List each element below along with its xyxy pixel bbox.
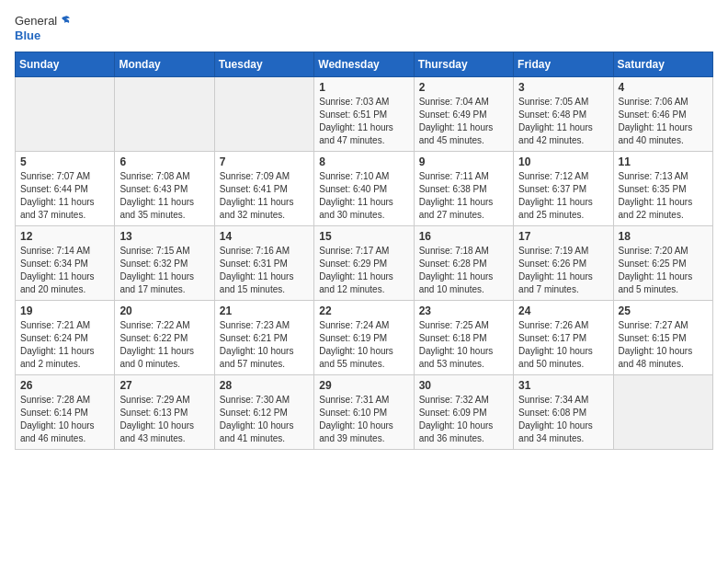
day-number: 4	[619, 81, 708, 94]
day-info: Sunrise: 7:17 AM Sunset: 6:29 PM Dayligh…	[319, 245, 408, 296]
calendar-cell: 9Sunrise: 7:11 AM Sunset: 6:38 PM Daylig…	[414, 152, 513, 226]
day-number: 14	[220, 230, 309, 243]
day-info: Sunrise: 7:30 AM Sunset: 6:12 PM Dayligh…	[220, 394, 309, 445]
day-number: 10	[518, 155, 608, 168]
day-info: Sunrise: 7:05 AM Sunset: 6:48 PM Dayligh…	[518, 96, 608, 147]
day-number: 22	[319, 304, 408, 317]
calendar-cell: 8Sunrise: 7:10 AM Sunset: 6:40 PM Daylig…	[314, 152, 414, 226]
calendar-cell: 27Sunrise: 7:29 AM Sunset: 6:13 PM Dayli…	[115, 375, 214, 450]
day-number: 9	[419, 155, 508, 168]
day-info: Sunrise: 7:04 AM Sunset: 6:49 PM Dayligh…	[419, 96, 508, 147]
day-info: Sunrise: 7:28 AM Sunset: 6:14 PM Dayligh…	[20, 394, 109, 445]
calendar-cell: 4Sunrise: 7:06 AM Sunset: 6:46 PM Daylig…	[613, 77, 712, 152]
day-info: Sunrise: 7:27 AM Sunset: 6:15 PM Dayligh…	[619, 319, 708, 371]
day-info: Sunrise: 7:07 AM Sunset: 6:44 PM Dayligh…	[20, 170, 109, 222]
calendar-cell: 21Sunrise: 7:23 AM Sunset: 6:21 PM Dayli…	[214, 301, 313, 375]
calendar-cell	[16, 77, 115, 152]
weekday-header-saturday: Saturday	[613, 52, 712, 77]
logo: General Blue	[15, 15, 72, 42]
calendar-cell	[115, 77, 214, 152]
day-number: 28	[220, 379, 309, 392]
weekday-header-sunday: Sunday	[16, 52, 115, 77]
calendar-cell	[613, 375, 712, 450]
weekday-header-tuesday: Tuesday	[214, 52, 313, 77]
calendar-cell: 12Sunrise: 7:14 AM Sunset: 6:34 PM Dayli…	[16, 226, 115, 301]
day-number: 23	[419, 304, 508, 317]
day-number: 18	[619, 230, 708, 243]
day-number: 21	[220, 304, 309, 317]
calendar-cell: 14Sunrise: 7:16 AM Sunset: 6:31 PM Dayli…	[214, 226, 313, 301]
day-number: 31	[518, 379, 608, 392]
day-info: Sunrise: 7:32 AM Sunset: 6:09 PM Dayligh…	[419, 394, 508, 445]
day-number: 12	[20, 230, 109, 243]
day-number: 7	[220, 155, 309, 168]
weekday-header-thursday: Thursday	[414, 52, 513, 77]
day-info: Sunrise: 7:06 AM Sunset: 6:46 PM Dayligh…	[619, 96, 708, 147]
day-info: Sunrise: 7:13 AM Sunset: 6:35 PM Dayligh…	[619, 170, 708, 222]
day-number: 3	[518, 81, 608, 94]
weekday-header-wednesday: Wednesday	[314, 52, 414, 77]
calendar-cell: 11Sunrise: 7:13 AM Sunset: 6:35 PM Dayli…	[613, 152, 712, 226]
day-info: Sunrise: 7:09 AM Sunset: 6:41 PM Dayligh…	[220, 170, 309, 222]
calendar-cell: 22Sunrise: 7:24 AM Sunset: 6:19 PM Dayli…	[314, 301, 414, 375]
day-info: Sunrise: 7:15 AM Sunset: 6:32 PM Dayligh…	[119, 245, 209, 296]
day-number: 13	[119, 230, 209, 243]
calendar-cell: 25Sunrise: 7:27 AM Sunset: 6:15 PM Dayli…	[613, 301, 712, 375]
page-header: General Blue	[15, 15, 713, 42]
day-info: Sunrise: 7:11 AM Sunset: 6:38 PM Dayligh…	[419, 170, 508, 222]
day-number: 2	[419, 81, 508, 94]
week-row-4: 19Sunrise: 7:21 AM Sunset: 6:24 PM Dayli…	[16, 301, 713, 375]
day-info: Sunrise: 7:24 AM Sunset: 6:19 PM Dayligh…	[319, 319, 408, 371]
calendar-cell: 20Sunrise: 7:22 AM Sunset: 6:22 PM Dayli…	[115, 301, 214, 375]
day-number: 29	[319, 379, 408, 392]
week-row-1: 1Sunrise: 7:03 AM Sunset: 6:51 PM Daylig…	[16, 77, 713, 152]
calendar-cell: 19Sunrise: 7:21 AM Sunset: 6:24 PM Dayli…	[16, 301, 115, 375]
weekday-header-row: SundayMondayTuesdayWednesdayThursdayFrid…	[16, 52, 713, 77]
calendar-cell: 23Sunrise: 7:25 AM Sunset: 6:18 PM Dayli…	[414, 301, 513, 375]
calendar-cell: 31Sunrise: 7:34 AM Sunset: 6:08 PM Dayli…	[514, 375, 613, 450]
day-info: Sunrise: 7:22 AM Sunset: 6:22 PM Dayligh…	[119, 319, 209, 371]
day-info: Sunrise: 7:19 AM Sunset: 6:26 PM Dayligh…	[518, 245, 608, 296]
calendar-cell: 15Sunrise: 7:17 AM Sunset: 6:29 PM Dayli…	[314, 226, 414, 301]
calendar-cell: 2Sunrise: 7:04 AM Sunset: 6:49 PM Daylig…	[414, 77, 513, 152]
week-row-3: 12Sunrise: 7:14 AM Sunset: 6:34 PM Dayli…	[16, 226, 713, 301]
calendar-cell: 29Sunrise: 7:31 AM Sunset: 6:10 PM Dayli…	[314, 375, 414, 450]
day-number: 6	[119, 155, 209, 168]
day-info: Sunrise: 7:29 AM Sunset: 6:13 PM Dayligh…	[119, 394, 209, 445]
calendar-cell: 10Sunrise: 7:12 AM Sunset: 6:37 PM Dayli…	[514, 152, 613, 226]
week-row-2: 5Sunrise: 7:07 AM Sunset: 6:44 PM Daylig…	[16, 152, 713, 226]
calendar-cell: 13Sunrise: 7:15 AM Sunset: 6:32 PM Dayli…	[115, 226, 214, 301]
calendar-cell: 17Sunrise: 7:19 AM Sunset: 6:26 PM Dayli…	[514, 226, 613, 301]
day-info: Sunrise: 7:18 AM Sunset: 6:28 PM Dayligh…	[419, 245, 508, 296]
calendar-cell: 7Sunrise: 7:09 AM Sunset: 6:41 PM Daylig…	[214, 152, 313, 226]
day-number: 20	[119, 304, 209, 317]
calendar-cell: 16Sunrise: 7:18 AM Sunset: 6:28 PM Dayli…	[414, 226, 513, 301]
day-number: 19	[20, 304, 109, 317]
calendar-cell: 26Sunrise: 7:28 AM Sunset: 6:14 PM Dayli…	[16, 375, 115, 450]
day-info: Sunrise: 7:16 AM Sunset: 6:31 PM Dayligh…	[220, 245, 309, 296]
day-number: 17	[518, 230, 608, 243]
day-number: 1	[319, 81, 408, 94]
day-info: Sunrise: 7:14 AM Sunset: 6:34 PM Dayligh…	[20, 245, 109, 296]
day-info: Sunrise: 7:25 AM Sunset: 6:18 PM Dayligh…	[419, 319, 508, 371]
day-number: 8	[319, 155, 408, 168]
logo-text: General Blue	[15, 15, 72, 42]
day-info: Sunrise: 7:34 AM Sunset: 6:08 PM Dayligh…	[518, 394, 608, 445]
day-number: 15	[319, 230, 408, 243]
calendar-cell: 24Sunrise: 7:26 AM Sunset: 6:17 PM Dayli…	[514, 301, 613, 375]
calendar-cell: 6Sunrise: 7:08 AM Sunset: 6:43 PM Daylig…	[115, 152, 214, 226]
calendar-cell: 18Sunrise: 7:20 AM Sunset: 6:25 PM Dayli…	[613, 226, 712, 301]
day-number: 25	[619, 304, 708, 317]
day-info: Sunrise: 7:21 AM Sunset: 6:24 PM Dayligh…	[20, 319, 109, 371]
calendar-cell: 3Sunrise: 7:05 AM Sunset: 6:48 PM Daylig…	[514, 77, 613, 152]
weekday-header-friday: Friday	[514, 52, 613, 77]
calendar-cell: 5Sunrise: 7:07 AM Sunset: 6:44 PM Daylig…	[16, 152, 115, 226]
day-info: Sunrise: 7:31 AM Sunset: 6:10 PM Dayligh…	[319, 394, 408, 445]
day-number: 16	[419, 230, 508, 243]
calendar-cell	[214, 77, 313, 152]
calendar-cell: 30Sunrise: 7:32 AM Sunset: 6:09 PM Dayli…	[414, 375, 513, 450]
day-number: 24	[518, 304, 608, 317]
day-number: 27	[119, 379, 209, 392]
day-info: Sunrise: 7:23 AM Sunset: 6:21 PM Dayligh…	[220, 319, 309, 371]
day-number: 26	[20, 379, 109, 392]
